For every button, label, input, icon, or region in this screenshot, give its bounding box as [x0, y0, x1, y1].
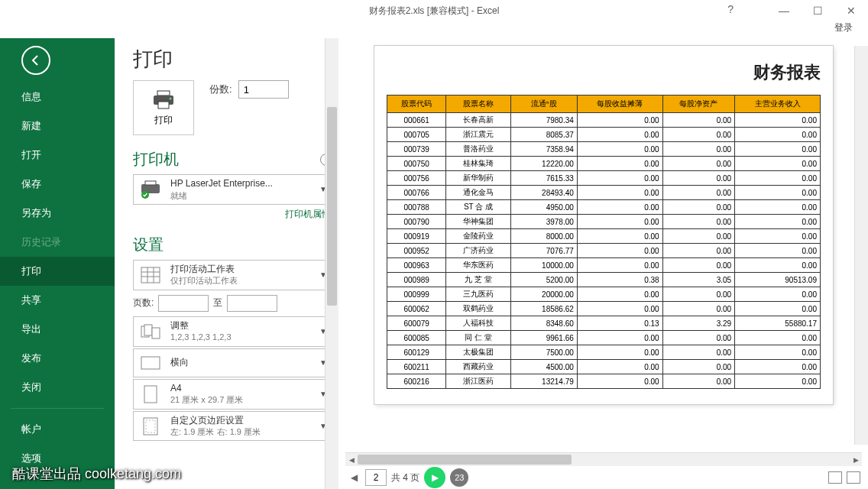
- show-margins-button[interactable]: [828, 471, 842, 484]
- nav-new[interactable]: 新建: [0, 112, 115, 141]
- svg-rect-15: [141, 357, 160, 369]
- sheet-icon: [138, 264, 163, 286]
- column-header: 股票代码: [387, 96, 446, 113]
- printer-selector[interactable]: HP LaserJet Enterprise... 就绪 ▼: [133, 174, 332, 205]
- printer-name: HP LaserJet Enterprise...: [170, 178, 312, 190]
- margins-icon: [138, 416, 163, 437]
- print-preview-pane: 财务报表 股票代码股票名称流通ⁿ股每股收益摊薄每股净资产主营业务收入 00066…: [339, 38, 868, 489]
- column-header: 流通ⁿ股: [510, 96, 577, 113]
- copies-input[interactable]: [238, 80, 289, 99]
- table-row: 000750桂林集琦12220.000.000.000.00: [387, 157, 821, 171]
- nav-print[interactable]: 打印: [0, 257, 115, 286]
- nav-export[interactable]: 导出: [0, 315, 115, 344]
- collate-selector[interactable]: 调整1,2,3 1,2,3 1,2,3 ▼: [133, 316, 332, 347]
- print-button[interactable]: 打印: [133, 80, 194, 135]
- login-link[interactable]: 登录: [834, 22, 853, 33]
- page-total-label: 共 4 页: [391, 471, 419, 484]
- minimize-button[interactable]: ―: [767, 0, 801, 21]
- data-table: 股票代码股票名称流通ⁿ股每股收益摊薄每股净资产主营业务收入 000661长春高新…: [387, 95, 821, 389]
- table-row: 600062双鹤药业18586.620.000.000.00: [387, 302, 821, 316]
- titlebar: 财务报表2.xls [兼容模式] - Excel ? ― ☐ ✕: [0, 0, 868, 21]
- nav-history: 历史记录: [0, 228, 115, 257]
- table-row: 000739普洛药业7358.940.000.000.00: [387, 142, 821, 157]
- printer-heading: 打印机: [133, 149, 179, 170]
- pages-to-input[interactable]: [227, 295, 277, 312]
- printer-icon: [151, 89, 176, 111]
- page-heading: 打印: [133, 46, 332, 73]
- backstage-sidebar: 信息新建打开保存另存为历史记录打印共享导出发布关闭 帐户选项: [0, 38, 115, 489]
- orientation-selector[interactable]: 横向 ▼: [133, 348, 332, 377]
- nav-share[interactable]: 共享: [0, 286, 115, 315]
- table-row: 600211西藏药业4500.000.000.000.00: [387, 360, 821, 374]
- window-title: 财务报表2.xls [兼容模式] - Excel: [369, 5, 500, 18]
- table-row: 000999三九医药20000.000.000.000.00: [387, 287, 821, 302]
- svg-rect-16: [144, 386, 157, 403]
- table-row: 600079人福科技8348.600.133.2955880.17: [387, 316, 821, 331]
- table-row: 000788ST 合 成4950.000.000.000.00: [387, 200, 821, 215]
- page-number-input[interactable]: [365, 469, 387, 486]
- column-header: 主营业务收入: [735, 96, 821, 113]
- paper-size-selector[interactable]: A421 厘米 x 29.7 厘米 ▼: [133, 379, 332, 410]
- landscape-icon: [138, 352, 163, 374]
- table-row: 600216浙江医药13214.790.000.000.00: [387, 374, 821, 389]
- nav-close[interactable]: 关闭: [0, 373, 115, 402]
- svg-rect-7: [141, 267, 160, 283]
- svg-point-3: [170, 97, 172, 99]
- settings-heading: 设置: [133, 235, 164, 255]
- scroll-right-button[interactable]: ▶: [850, 453, 862, 466]
- pages-label: 页数:: [133, 296, 154, 309]
- svg-rect-14: [152, 328, 160, 338]
- close-window-button[interactable]: ✕: [834, 0, 868, 21]
- page-icon: [138, 384, 163, 405]
- svg-rect-0: [157, 91, 170, 96]
- prev-page-button[interactable]: ◀: [347, 470, 361, 485]
- svg-rect-13: [144, 325, 152, 335]
- table-row: 000963华东医药10000.000.000.000.00: [387, 258, 821, 273]
- back-button[interactable]: [21, 46, 50, 75]
- nav-save[interactable]: 保存: [0, 170, 115, 199]
- copies-label: 份数:: [209, 83, 232, 96]
- nav-info[interactable]: 信息: [0, 83, 115, 112]
- pages-from-input[interactable]: [158, 295, 209, 312]
- page-badge: 23: [450, 468, 468, 487]
- nav-open[interactable]: 打开: [0, 141, 115, 170]
- svg-rect-5: [145, 181, 156, 185]
- table-row: 000766通化金马28493.400.000.000.00: [387, 186, 821, 200]
- column-header: 每股收益摊薄: [577, 96, 662, 113]
- print-scope-selector[interactable]: 打印活动工作表仅打印活动工作表 ▼: [133, 260, 332, 290]
- table-row: 600129太极集团7500.000.000.000.00: [387, 345, 821, 360]
- nav-separator: [11, 408, 104, 409]
- table-row: 600085同 仁 堂9961.660.000.000.00: [387, 331, 821, 345]
- preview-vertical-scrollbar[interactable]: [854, 46, 868, 445]
- table-row: 000661长春高新7980.340.000.000.00: [387, 113, 821, 128]
- preview-footer: ◀ 共 4 页 ▶ 23: [339, 466, 868, 489]
- scroll-left-button[interactable]: ◀: [345, 453, 358, 466]
- margins-selector[interactable]: 自定义页边距设置左: 1.9 厘米 右: 1.9 厘米 ▼: [133, 411, 332, 442]
- table-row: 000790华神集团3978.000.000.000.00: [387, 215, 821, 229]
- svg-rect-2: [158, 102, 169, 108]
- print-settings-pane: 打印 打印 份数: 打印机 i HP Las: [115, 38, 339, 489]
- settings-scrollbar[interactable]: [325, 38, 338, 489]
- preview-page: 财务报表 股票代码股票名称流通ⁿ股每股收益摊薄每股净资产主营业务收入 00066…: [374, 46, 833, 404]
- printer-properties-link[interactable]: 打印机属性: [133, 208, 332, 221]
- printer-status: 就绪: [170, 190, 312, 201]
- maximize-button[interactable]: ☐: [801, 0, 834, 21]
- table-row: 000756新华制药7615.330.000.000.00: [387, 171, 821, 186]
- table-row: 000952广济药业7076.770.000.000.00: [387, 244, 821, 258]
- zoom-to-page-button[interactable]: [847, 471, 860, 484]
- column-header: 股票名称: [446, 96, 510, 113]
- nav-account[interactable]: 帐户: [0, 415, 115, 444]
- help-button[interactable]: ?: [727, 3, 734, 15]
- next-page-button[interactable]: ▶: [424, 467, 445, 488]
- preview-horizontal-scrollbar[interactable]: ◀ ▶: [345, 452, 862, 466]
- printer-ready-icon: [138, 179, 163, 200]
- nav-options[interactable]: 选项: [0, 444, 115, 473]
- column-header: 每股净资产: [662, 96, 735, 113]
- nav-saveas[interactable]: 另存为: [0, 199, 115, 228]
- collate-icon: [138, 321, 163, 342]
- table-row: 000919金陵药业8000.000.000.000.00: [387, 229, 821, 244]
- nav-publish[interactable]: 发布: [0, 344, 115, 373]
- arrow-left-icon: [29, 53, 43, 67]
- sheet-title: 财务报表: [387, 61, 821, 84]
- table-row: 000705浙江震元8085.370.000.000.00: [387, 128, 821, 142]
